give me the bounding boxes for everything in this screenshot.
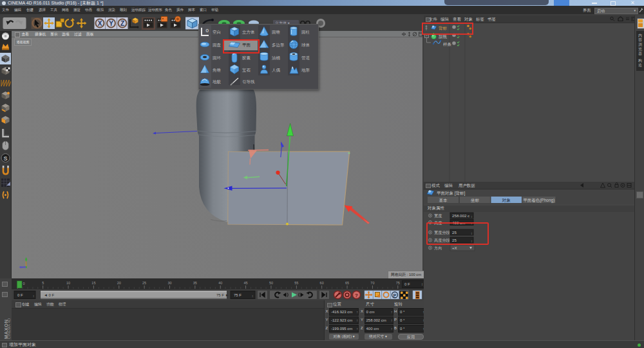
svg-text:◄ 0 F: ◄ 0 F bbox=[44, 293, 55, 297]
svg-text:球体: 球体 bbox=[301, 43, 310, 47]
svg-text:圆柱: 圆柱 bbox=[301, 30, 310, 34]
svg-text:↕: ↕ bbox=[252, 294, 254, 298]
svg-text:30: 30 bbox=[167, 281, 171, 285]
svg-text:多边形: 多边形 bbox=[272, 43, 285, 48]
svg-text:65: 65 bbox=[345, 281, 349, 285]
svg-text:平面着色(Phong): 平面着色(Phong) bbox=[523, 198, 554, 203]
svg-text:50: 50 bbox=[269, 281, 273, 285]
svg-text:对象属性: 对象属性 bbox=[427, 206, 445, 210]
svg-text:立方体: 立方体 bbox=[242, 30, 255, 35]
svg-text:对象: 对象 bbox=[502, 198, 511, 202]
svg-text:样条: 样条 bbox=[443, 42, 452, 46]
svg-text:宝石: 宝石 bbox=[242, 68, 251, 72]
svg-text:油桶: 油桶 bbox=[272, 55, 280, 61]
svg-text:方向: 方向 bbox=[434, 246, 442, 251]
svg-text:40: 40 bbox=[218, 281, 222, 285]
svg-text:75: 75 bbox=[396, 281, 400, 285]
svg-text:X: X bbox=[98, 20, 102, 27]
svg-text:0: 0 bbox=[23, 282, 25, 285]
svg-text:空白: 空白 bbox=[213, 30, 221, 35]
svg-text:↕: ↕ bbox=[33, 294, 35, 298]
svg-text:角锥: 角锥 bbox=[213, 68, 222, 72]
svg-text:60: 60 bbox=[320, 281, 324, 285]
svg-text:?: ? bbox=[355, 293, 358, 298]
svg-text:↕: ↕ bbox=[471, 215, 473, 218]
svg-text:宽度: 宽度 bbox=[434, 213, 442, 218]
svg-text:Z: Z bbox=[120, 20, 124, 27]
svg-text:20: 20 bbox=[117, 281, 121, 285]
svg-text:地形: 地形 bbox=[301, 68, 310, 73]
svg-text:10: 10 bbox=[66, 281, 70, 285]
svg-text:55: 55 bbox=[294, 281, 298, 285]
svg-text:圆锥: 圆锥 bbox=[272, 30, 281, 34]
svg-text:35: 35 bbox=[193, 281, 197, 285]
svg-text:258.002 c: 258.002 c bbox=[452, 213, 469, 218]
svg-text:Y: Y bbox=[109, 20, 113, 27]
svg-text:引导线: 引导线 bbox=[242, 79, 255, 84]
svg-text:15: 15 bbox=[91, 281, 95, 285]
svg-text:圆盘: 圆盘 bbox=[213, 43, 222, 48]
svg-text:75 F ►: 75 F ► bbox=[216, 293, 229, 297]
svg-text:圆环: 圆环 bbox=[213, 55, 222, 60]
svg-text:坐标: 坐标 bbox=[471, 198, 480, 203]
svg-text:内容浏览器构造: 内容浏览器构造 bbox=[638, 34, 642, 67]
svg-text:平面对象 [背标]: 平面对象 [背标] bbox=[437, 191, 466, 196]
svg-text:75 F: 75 F bbox=[234, 293, 242, 297]
svg-text:45: 45 bbox=[244, 281, 248, 285]
svg-text:70: 70 bbox=[370, 281, 374, 285]
svg-text:+X: +X bbox=[452, 246, 457, 250]
svg-text:管道: 管道 bbox=[301, 55, 310, 61]
svg-text:5: 5 bbox=[42, 281, 44, 285]
svg-text:地貌: 地貌 bbox=[213, 79, 222, 84]
svg-text:基本: 基本 bbox=[439, 198, 448, 202]
svg-text:P: P bbox=[393, 293, 396, 298]
svg-text:人偶: 人偶 bbox=[272, 68, 281, 73]
svg-text:0 F: 0 F bbox=[17, 293, 23, 297]
svg-text:S: S bbox=[3, 155, 7, 162]
svg-text:胶囊: 胶囊 bbox=[242, 55, 251, 60]
svg-text:25: 25 bbox=[142, 281, 146, 285]
svg-text:0: 0 bbox=[206, 28, 209, 34]
